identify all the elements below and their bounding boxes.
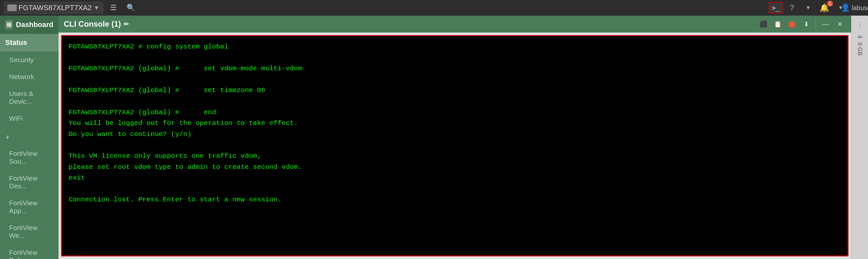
right-panel-button-1[interactable]: ⋮ xyxy=(854,18,866,31)
cli-close-button[interactable]: ✕ xyxy=(834,18,846,30)
fortiview-pol-label: FortiView Poli... xyxy=(9,249,53,259)
dropdown-arrow: ▼ xyxy=(94,5,99,11)
edit-icon[interactable]: ✏ xyxy=(124,20,129,28)
menu-button[interactable]: ☰ xyxy=(106,2,121,14)
sidebar-item-fortiview-pol[interactable]: FortiView Poli... xyxy=(0,244,59,259)
help-icon: ? xyxy=(789,3,794,12)
sidebar-add-button[interactable]: + xyxy=(0,130,59,145)
download-icon: ⬇ xyxy=(804,20,809,28)
right-panel-label-1: 4 xyxy=(856,35,863,38)
cli-panel-actions: ⬛ 📋 ⬤ ⬇ — ✕ xyxy=(757,18,846,30)
device-selector[interactable]: FGTAWS87XLPT7XA2 ▼ xyxy=(4,2,103,14)
sidebar-item-network[interactable]: Network xyxy=(0,68,59,85)
sidebar-item-users-devices[interactable]: Users & Devic... xyxy=(0,85,59,110)
cli-record-button[interactable]: ⬤ xyxy=(786,18,798,30)
sidebar-item-security[interactable]: Security xyxy=(0,51,59,68)
fortiview-web-label: FortiView We... xyxy=(9,224,53,239)
content-area: CLI Console (1) ✏ ⬛ 📋 ⬤ ⬇ xyxy=(59,16,851,259)
search-button[interactable]: 🔍 xyxy=(124,2,138,14)
sidebar: ⊞ Dashboard Status Security Network User… xyxy=(0,16,59,259)
fortiview-src-label: FortiView Sou... xyxy=(9,150,53,165)
search-icon: 🔍 xyxy=(126,4,135,12)
chevron-down-icon: ▼ xyxy=(806,5,811,11)
user-button[interactable]: 👤 labuser xyxy=(850,2,864,14)
cli-panel-title-group: CLI Console (1) ✏ xyxy=(64,20,129,29)
cli-panel: CLI Console (1) ✏ ⬛ 📋 ⬤ ⬇ xyxy=(59,16,851,259)
users-devices-label: Users & Devic... xyxy=(9,90,53,106)
close-icon: ✕ xyxy=(837,20,843,28)
sidebar-header-label: Dashboard xyxy=(16,21,53,29)
fortiview-dest-label: FortiView Des... xyxy=(9,174,53,190)
wifi-label: WiFi xyxy=(9,115,23,122)
dropdown-arrow-help[interactable]: ▼ xyxy=(801,2,815,14)
sidebar-item-fortiview-src[interactable]: FortiView Sou... xyxy=(0,145,59,170)
main-area: ⊞ Dashboard Status Security Network User… xyxy=(0,16,868,259)
cli-terminal[interactable]: FGTAWS87XLPT7XA2 # config system global … xyxy=(61,35,848,256)
minimize-icon: — xyxy=(822,21,829,28)
network-label: Network xyxy=(9,73,34,81)
cli-panel-header: CLI Console (1) ✏ ⬛ 📋 ⬤ ⬇ xyxy=(59,16,851,32)
record-icon: ⬤ xyxy=(788,20,796,28)
device-name: FGTAWS87XLPT7XA2 xyxy=(19,4,92,12)
cli-icon: >_ xyxy=(772,4,780,12)
device-icon xyxy=(7,5,17,11)
cli-terminal-wrapper: FGTAWS87XLPT7XA2 # config system global … xyxy=(59,32,851,259)
status-label: Status xyxy=(5,38,27,47)
top-navigation: FGTAWS87XLPT7XA2 ▼ ☰ 🔍 >_ ? ▼ 🔔 1 ▼ 👤 la… xyxy=(0,0,868,16)
notification-badge: 1 xyxy=(827,1,833,6)
right-panel-label-2: 8 GB xyxy=(856,42,863,56)
sidebar-item-fortiview-web[interactable]: FortiView We... xyxy=(0,219,59,244)
help-button[interactable]: ? xyxy=(785,2,799,14)
clipboard-icon: 📋 xyxy=(774,20,782,28)
sidebar-item-status[interactable]: Status xyxy=(0,34,59,51)
nav-right-icons: >_ ? ▼ 🔔 1 ▼ 👤 labuser xyxy=(769,2,864,14)
security-label: Security xyxy=(9,56,34,64)
right-panel-icon-1: ⋮ xyxy=(857,21,863,28)
cli-separator xyxy=(816,20,816,29)
fortiview-app-label: FortiView App... xyxy=(9,199,53,215)
sidebar-item-fortiview-app[interactable]: FortiView App... xyxy=(0,195,59,219)
notifications-button[interactable]: 🔔 1 xyxy=(817,2,832,14)
dashboard-icon: ⊞ xyxy=(5,20,13,29)
sidebar-item-wifi[interactable]: WiFi xyxy=(0,110,59,127)
cli-console-title: CLI Console (1) xyxy=(64,20,121,29)
cli-minimize-button[interactable]: — xyxy=(819,18,832,30)
cli-clipboard-button[interactable]: 📋 xyxy=(771,18,784,30)
username-label: labuser xyxy=(852,4,868,12)
plus-icon: + xyxy=(5,133,10,142)
nav-left: FGTAWS87XLPT7XA2 ▼ ☰ 🔍 xyxy=(4,2,138,14)
cli-copy-screen-button[interactable]: ⬛ xyxy=(757,18,770,30)
copy-screen-icon: ⬛ xyxy=(760,20,768,28)
cli-console-button[interactable]: >_ xyxy=(769,2,783,14)
menu-icon: ☰ xyxy=(110,4,117,12)
user-avatar-icon: 👤 xyxy=(841,4,850,12)
right-panel: ⋮ 4 8 GB xyxy=(851,16,868,259)
cli-download-button[interactable]: ⬇ xyxy=(800,18,812,30)
sidebar-header[interactable]: ⊞ Dashboard xyxy=(0,16,59,34)
sidebar-item-fortiview-dest[interactable]: FortiView Des... xyxy=(0,170,59,195)
